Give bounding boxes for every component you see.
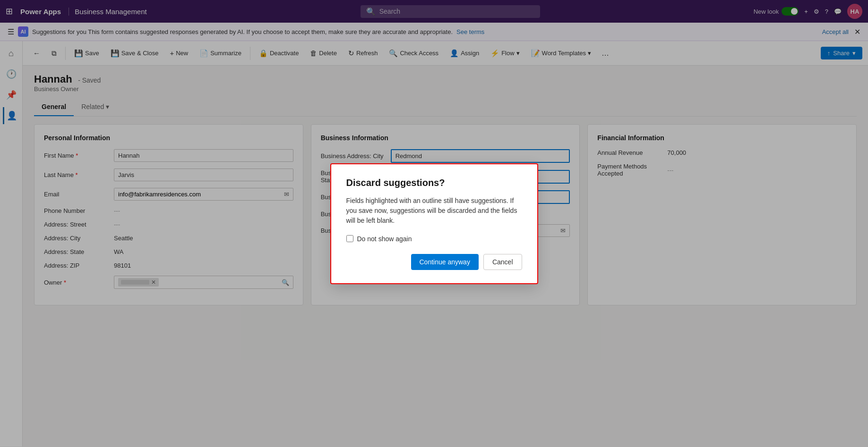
do-not-show-label[interactable]: Do not show again bbox=[357, 235, 412, 243]
dialog-title: Discard suggestions? bbox=[346, 177, 522, 188]
do-not-show-checkbox[interactable] bbox=[346, 235, 353, 242]
continue-anyway-button[interactable]: Continue anyway bbox=[411, 254, 479, 270]
modal-overlay: Discard suggestions? Fields highlighted … bbox=[0, 0, 868, 447]
dialog-checkbox-row: Do not show again bbox=[346, 235, 522, 243]
cancel-button[interactable]: Cancel bbox=[483, 254, 522, 270]
discard-dialog: Discard suggestions? Fields highlighted … bbox=[330, 163, 538, 284]
dialog-actions: Continue anyway Cancel bbox=[346, 254, 522, 270]
dialog-body: Fields highlighted with an outline still… bbox=[346, 196, 522, 226]
